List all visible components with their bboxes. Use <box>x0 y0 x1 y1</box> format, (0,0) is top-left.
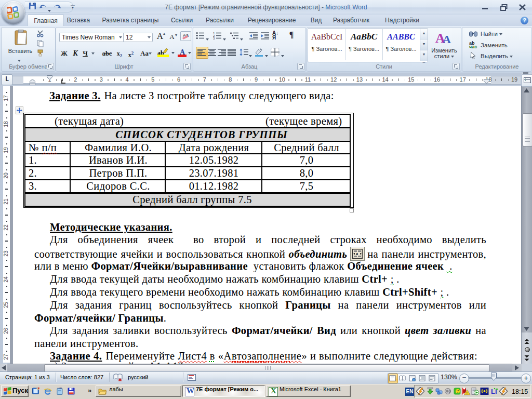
svg-text:3: 3 <box>213 37 215 39</box>
svg-text:!: ! <box>467 391 468 395</box>
svg-text:a: a <box>356 251 358 256</box>
